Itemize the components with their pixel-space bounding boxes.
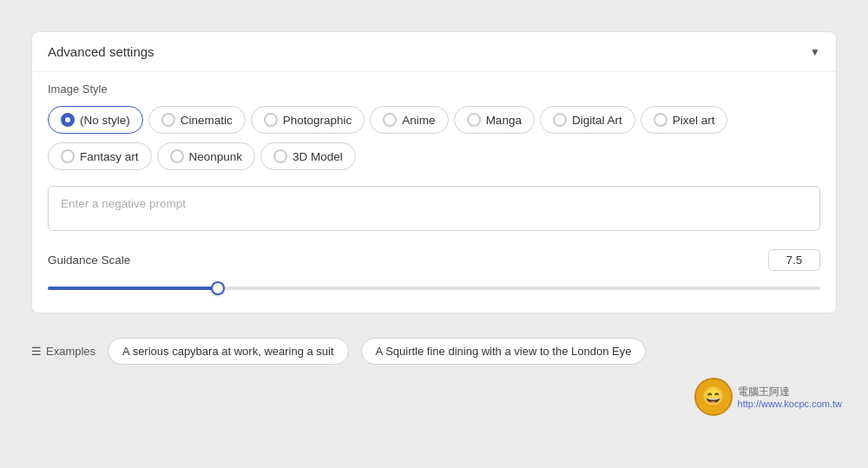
radio-label-cinematic: Cinematic — [181, 114, 233, 127]
watermark-icon: 😄 — [694, 378, 733, 416]
radio-label-pixel-art: Pixel art — [673, 114, 715, 127]
watermark-area: 😄 電腦王阿達 http://www.kocpc.com.tw — [694, 378, 842, 416]
radio-option-manga[interactable]: Manga — [454, 106, 535, 134]
radio-option-fantasy-art[interactable]: Fantasy art — [48, 142, 152, 170]
radio-label-photographic: Photographic — [283, 114, 352, 127]
image-style-radio-group: (No style) Cinematic Photographic Anime — [48, 106, 820, 170]
panel-body: Image Style (No style) Cinematic Photogr… — [32, 71, 836, 313]
radio-circle-pixel-art — [654, 113, 667, 127]
watermark-text-block: 電腦王阿達 http://www.kocpc.com.tw — [738, 385, 842, 410]
radio-label-no-style: (No style) — [80, 114, 130, 127]
radio-option-neonpunk[interactable]: Neonpunk — [157, 142, 256, 170]
examples-icon: ☰ — [31, 345, 42, 358]
watermark-url: http://www.kocpc.com.tw — [738, 399, 842, 409]
examples-section: ☰ Examples A serious capybara at work, w… — [17, 327, 851, 373]
radio-circle-fantasy-art — [61, 149, 75, 163]
guidance-scale-slider[interactable] — [48, 280, 820, 297]
radio-option-digital-art[interactable]: Digital Art — [540, 106, 635, 134]
radio-circle-no-style — [61, 113, 75, 127]
panel-title: Advanced settings — [48, 44, 155, 59]
radio-circle-neonpunk — [170, 149, 184, 163]
example-chip-2[interactable]: A Squirtle fine dining with a view to th… — [361, 338, 647, 365]
watermark-brand: 電腦王阿達 — [738, 385, 842, 399]
radio-label-3d-model: 3D Model — [293, 150, 343, 163]
examples-label-text: Examples — [46, 345, 95, 358]
main-card: Advanced settings ▼ Image Style (No styl… — [17, 17, 851, 373]
page-wrapper: Advanced settings ▼ Image Style (No styl… — [0, 0, 868, 468]
radio-circle-3d-model — [273, 149, 287, 163]
slider-thumb[interactable] — [211, 281, 225, 295]
panel-header[interactable]: Advanced settings ▼ — [32, 32, 836, 71]
radio-circle-manga — [467, 113, 481, 127]
radio-option-cinematic[interactable]: Cinematic — [148, 106, 246, 134]
radio-label-fantasy-art: Fantasy art — [80, 150, 139, 163]
guidance-scale-value: 7.5 — [768, 249, 820, 271]
guidance-scale-label: Guidance Scale — [48, 254, 130, 267]
slider-track — [48, 287, 820, 290]
radio-circle-cinematic — [161, 113, 175, 127]
radio-label-digital-art: Digital Art — [572, 114, 622, 127]
radio-label-anime: Anime — [402, 114, 435, 127]
radio-circle-photographic — [264, 113, 278, 127]
guidance-scale-row: Guidance Scale 7.5 — [48, 249, 820, 271]
radio-option-pixel-art[interactable]: Pixel art — [641, 106, 728, 134]
radio-option-no-style[interactable]: (No style) — [48, 106, 143, 134]
radio-label-neonpunk: Neonpunk — [189, 150, 243, 163]
radio-option-3d-model[interactable]: 3D Model — [260, 142, 356, 170]
example-chip-1[interactable]: A serious capybara at work, wearing a su… — [108, 338, 349, 365]
radio-option-anime[interactable]: Anime — [370, 106, 448, 134]
radio-circle-anime — [383, 113, 397, 127]
radio-label-manga: Manga — [486, 114, 522, 127]
advanced-settings-panel: Advanced settings ▼ Image Style (No styl… — [31, 31, 837, 313]
slider-fill — [48, 287, 218, 290]
negative-prompt-input[interactable] — [48, 186, 820, 231]
radio-option-photographic[interactable]: Photographic — [251, 106, 365, 134]
examples-label: ☰ Examples — [31, 345, 95, 358]
panel-toggle-icon: ▼ — [810, 46, 820, 58]
radio-circle-digital-art — [553, 113, 567, 127]
image-style-label: Image Style — [48, 82, 820, 96]
